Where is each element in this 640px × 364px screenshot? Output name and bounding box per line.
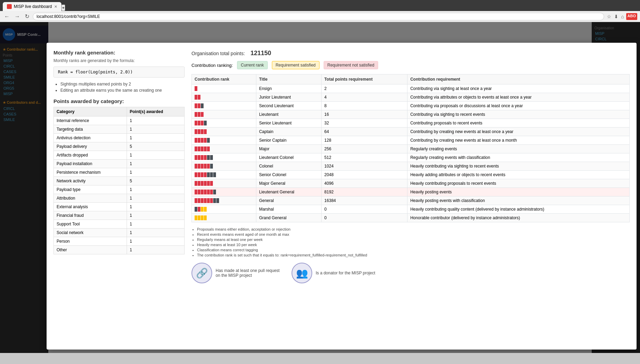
browser-toolbar: ← → ↻ ☆ ⬇ ⌂ ABO (0, 11, 640, 22)
points-req-cell: 32 (322, 119, 407, 128)
points-cell: 1 (127, 220, 185, 229)
contribution-req-cell: Heavily adding attributes or objects to … (407, 171, 630, 179)
pullrequest-badge-text: Has made at least one pull request on th… (216, 268, 285, 278)
category-cell: Network activity (54, 177, 127, 185)
download-icon[interactable]: ⬇ (613, 13, 619, 20)
contribution-req-cell: Contributing proposals to recent events (407, 119, 630, 128)
points-cell: 1 (127, 229, 185, 237)
contribution-req-cell: Heavily posting events with classificati… (407, 196, 630, 205)
points-title: Points awarded by category: (53, 98, 185, 104)
title-cell: Senior Colonel (256, 171, 321, 179)
points-req-col-header: Total points requirement (322, 74, 407, 84)
points-cell: 1 (127, 151, 185, 160)
footnote-3: Regularly means at least one per week (197, 237, 630, 242)
rank-icon-cell (192, 171, 256, 179)
rank-table-row: Colonel 1024 Heavily contributing via si… (192, 162, 630, 171)
category-cell: Person (54, 237, 127, 246)
address-bar[interactable] (33, 13, 604, 20)
bookmark-icon[interactable]: ☆ (606, 13, 612, 20)
category-cell: Targeting data (54, 125, 127, 134)
rank-table-row: Major 256 Regularly creating events (192, 145, 630, 153)
title-col-header: Title (256, 74, 321, 84)
contribution-req-cell: Heavily posting events (407, 188, 630, 196)
badge-donator: 👥 Is a donator for the MISP project (292, 263, 375, 283)
active-tab[interactable]: MISP live dashboard ✕ (3, 2, 61, 11)
current-rank-button[interactable]: Current rank (237, 61, 268, 69)
contribution-req-cell: Contributing via sighting at least once … (407, 84, 630, 93)
footnote-1: Proposals means either edition, acceptat… (197, 227, 630, 231)
points-table-row: Support Tool1 (54, 220, 185, 229)
footnotes: Proposals means either edition, acceptat… (191, 227, 630, 257)
rank-icon-cell (192, 188, 256, 196)
points-table-row: Social network1 (54, 229, 185, 237)
points-req-cell: 0 (322, 214, 407, 222)
points-req-cell: 2048 (322, 171, 407, 179)
monthly-rank-desc: Monthly ranks are generated by the formu… (53, 58, 185, 63)
contribution-ranking-row: Contribution ranking: Current rank Requi… (191, 61, 630, 69)
points-req-cell: 2 (322, 84, 407, 93)
title-cell: Second Lieutenant (256, 102, 321, 110)
points-cell: 1 (127, 211, 185, 220)
rank-table-row: Senior Captain 128 Contributing by creat… (192, 136, 630, 145)
rank-icon-cell (192, 136, 256, 145)
rank-table-row: General 16384 Heavily posting events wit… (192, 196, 630, 205)
points-req-cell: 64 (322, 128, 407, 136)
category-cell: Payload type (54, 185, 127, 194)
points-cell: 1 (127, 125, 185, 134)
points-table-row: Artifacts dropped1 (54, 151, 185, 160)
category-cell: Other (54, 246, 127, 254)
category-cell: Social network (54, 229, 127, 237)
footnote-5: Classification means correct tagging (197, 248, 630, 252)
title-cell: Major (256, 145, 321, 153)
tab-close-button[interactable]: ✕ (54, 4, 57, 9)
points-cell: 1 (127, 117, 185, 125)
rank-table-row: Senior Colonel 2048 Heavily adding attri… (192, 171, 630, 179)
contribution-req-cell: Honorable contributor (delivered by inst… (407, 214, 630, 222)
requirement-satisfied-button[interactable]: Requirement satisfied (272, 61, 319, 69)
category-cell: Internal reference (54, 117, 127, 125)
contribution-req-cell: Contributing via attributes or objects t… (407, 93, 630, 102)
title-cell: Senior Lieutenant (256, 119, 321, 128)
category-cell: Support Tool (54, 220, 127, 229)
monthly-rank-title: Monthly rank generation: (53, 50, 185, 55)
rank-table-row: Second Lieutenant 8 Contributing via pro… (192, 102, 630, 110)
reload-button[interactable]: ↻ (23, 12, 31, 20)
back-button[interactable]: ← (3, 13, 11, 20)
rank-icon-cell (192, 145, 256, 153)
category-cell: Financial fraud (54, 211, 127, 220)
rank-table-row: Lieutenant 16 Contributing via sighting … (192, 110, 630, 119)
rank-icon-cell (192, 196, 256, 205)
points-table-row: Financial fraud1 (54, 211, 185, 220)
category-cell: External analysis (54, 203, 127, 211)
requirement-not-satisfied-button[interactable]: Requirement not satisfied (324, 61, 378, 69)
contribution-req-cell: Regularly creating events (407, 145, 630, 153)
points-req-cell: 16384 (322, 196, 407, 205)
rank-table-row: Senior Lieutenant 32 Contributing propos… (192, 119, 630, 128)
rank-icon-cell (192, 84, 256, 93)
category-cell: Antivirus detection (54, 134, 127, 142)
new-tab-button[interactable]: + (61, 4, 66, 11)
title-cell: Ensign (256, 84, 321, 93)
points-table-row: Payload type1 (54, 185, 185, 194)
category-cell: Persistence mechanism (54, 168, 127, 177)
points-cell: 1 (127, 194, 185, 203)
points-req-cell: 16 (322, 110, 407, 119)
points-table-row: Attribution1 (54, 194, 185, 203)
points-table-row: Person1 (54, 237, 185, 246)
menu-icon[interactable]: ABO (626, 13, 637, 20)
footnote-6: The contribution rank is set such that i… (197, 253, 630, 257)
category-cell: Artifacts dropped (54, 151, 127, 160)
rank-icon-cell (192, 205, 256, 214)
points-table-row: Payload installation1 (54, 160, 185, 168)
tab-title: MISP live dashboard (14, 4, 52, 9)
title-cell: Junior Lieutenant (256, 93, 321, 102)
org-total-section: Organisation total points: 121150 (191, 50, 630, 57)
contribution-req-cell: Contributing by creating new events at l… (407, 128, 630, 136)
points-table-row: Persistence mechanism1 (54, 168, 185, 177)
donator-badge-text: Is a donator for the MISP project (316, 271, 375, 275)
rank-table-row: Marshal 0 Heavily contributing quality c… (192, 205, 630, 214)
points-req-cell: 0 (322, 205, 407, 214)
home-icon[interactable]: ⌂ (620, 13, 624, 20)
forward-button[interactable]: → (13, 13, 21, 20)
contribution-req-cell: Heavily contributing proposals to recent… (407, 179, 630, 188)
